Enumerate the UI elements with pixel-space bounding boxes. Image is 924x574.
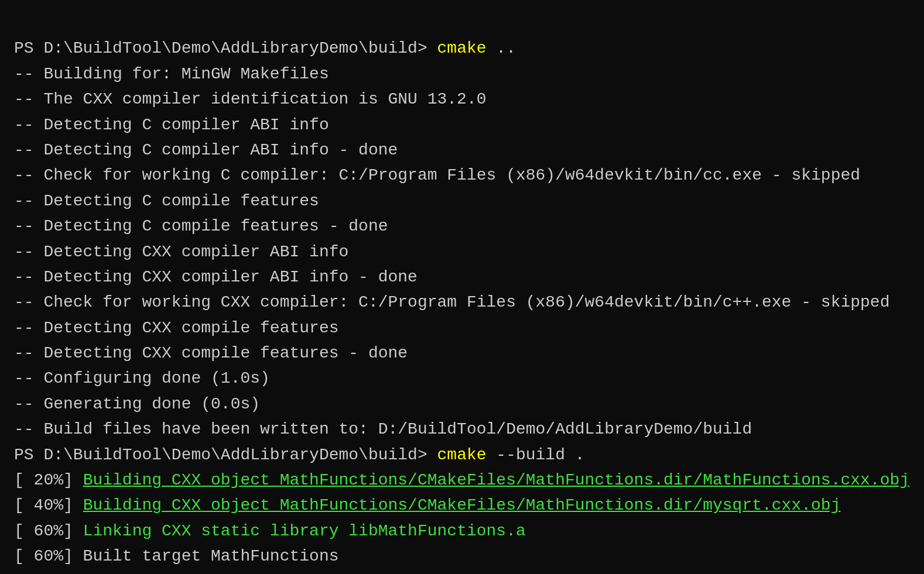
terminal-text-part: -- Detecting CXX compile features - done — [14, 344, 408, 362]
line-detecting-cxx-features-done: -- Detecting CXX compile features - done — [14, 341, 910, 366]
terminal-text-part: Building CXX object MathFunctions/CMakeF… — [83, 471, 909, 489]
line-60-built-target: [ 60%] Built target MathFunctions — [14, 544, 910, 569]
line-detecting-c-abi-done: -- Detecting C compiler ABI info - done — [14, 138, 910, 163]
terminal-text-part: --build . — [487, 446, 585, 464]
line-check-c-compiler: -- Check for working C compiler: C:/Prog… — [14, 163, 910, 188]
terminal-text-part: PS D:\BuildTool\Demo\AddLibraryDemo\buil… — [14, 446, 437, 464]
terminal-text-part: Linking CXX static library libMathFuncti… — [83, 522, 526, 540]
line-detecting-cxx-abi: -- Detecting CXX compiler ABI info — [14, 239, 910, 264]
line-cxx-compiler: -- The CXX compiler identification is GN… — [14, 87, 910, 112]
line-build-files: -- Build files have been written to: D:/… — [14, 417, 910, 442]
terminal-text-part: -- Detecting C compiler ABI info — [14, 116, 329, 134]
line-prompt-cmake: PS D:\BuildTool\Demo\AddLibraryDemo\buil… — [14, 36, 910, 61]
terminal-text-part: -- Generating done (0.0s) — [14, 395, 260, 413]
terminal-text-part: -- Check for working C compiler: C:/Prog… — [14, 166, 860, 184]
line-building-for: -- Building for: MinGW Makefiles — [14, 61, 910, 87]
line-80-tutorial: [ 80%] Building CXX object CMakeFiles/Tu… — [14, 569, 910, 574]
terminal-text-part: -- Detecting C compile features - done — [14, 217, 388, 235]
line-detecting-c-features: -- Detecting C compile features — [14, 188, 910, 214]
terminal-text-part: -- Check for working CXX compiler: C:/Pr… — [14, 293, 889, 311]
terminal-window[interactable]: PS D:\BuildTool\Demo\AddLibraryDemo\buil… — [0, 0, 924, 574]
terminal-text-part: -- Building for: MinGW Makefiles — [14, 65, 329, 83]
line-20-mathfunctions: [ 20%] Building CXX object MathFunctions… — [14, 468, 910, 493]
terminal-text-part: [ 40%] — [14, 496, 83, 514]
terminal-text-part: [ 20%] — [14, 471, 83, 489]
line-60-linking: [ 60%] Linking CXX static library libMat… — [14, 518, 910, 544]
terminal-text-part: .. — [487, 39, 516, 57]
line-detecting-cxx-features: -- Detecting CXX compile features — [14, 315, 910, 341]
terminal-text-part: [ 60%] — [14, 522, 83, 540]
terminal-text-part: [ 60%] Built target MathFunctions — [14, 547, 339, 565]
line-40-mysqrt: [ 40%] Building CXX object MathFunctions… — [14, 493, 910, 518]
line-configuring-done: -- Configuring done (1.0s) — [14, 366, 910, 391]
line-detecting-c-features-done: -- Detecting C compile features - done — [14, 214, 910, 239]
line-detecting-cxx-abi-done: -- Detecting CXX compiler ABI info - don… — [14, 264, 910, 290]
line-check-cxx-compiler: -- Check for working CXX compiler: C:/Pr… — [14, 290, 910, 315]
terminal-text-part: cmake — [437, 446, 487, 464]
terminal-text-part: -- Detecting C compile features — [14, 192, 319, 210]
terminal-text-part: PS D:\BuildTool\Demo\AddLibraryDemo\buil… — [14, 39, 437, 57]
terminal-text-part: -- Configuring done (1.0s) — [14, 369, 270, 387]
terminal-text-part: -- The CXX compiler identification is GN… — [14, 90, 487, 108]
terminal-text-part: -- Build files have been written to: D:/… — [14, 420, 752, 438]
terminal-text-part: cmake — [437, 39, 487, 57]
terminal-text-part: -- Detecting CXX compile features — [14, 319, 339, 337]
terminal-text-part: -- Detecting C compiler ABI info - done — [14, 141, 398, 159]
terminal-text-part: -- Detecting CXX compiler ABI info - don… — [14, 268, 417, 286]
line-generating-done: -- Generating done (0.0s) — [14, 391, 910, 417]
terminal-text-part: -- Detecting CXX compiler ABI info — [14, 243, 348, 261]
line-prompt-cmake-build: PS D:\BuildTool\Demo\AddLibraryDemo\buil… — [14, 442, 910, 468]
terminal-text-part: Building CXX object MathFunctions/CMakeF… — [83, 496, 841, 514]
line-detecting-c-abi: -- Detecting C compiler ABI info — [14, 112, 910, 138]
